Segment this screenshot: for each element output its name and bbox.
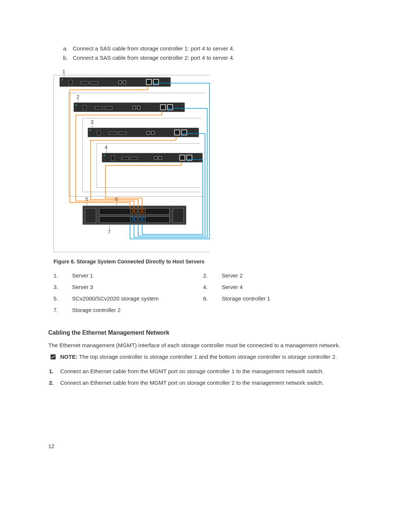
note-icon (50, 354, 60, 362)
storage-system (82, 206, 186, 225)
note-block: NOTE: The top storage controller is stor… (50, 353, 353, 362)
legend-text: Server 4 (222, 283, 243, 291)
sub-step-b: b. Connect a SAS cable from storage cont… (63, 54, 353, 62)
step-num: 1. (49, 367, 60, 375)
step-1: 1. Connect an Ethernet cable from the MG… (49, 367, 353, 375)
sub-step-text: Connect a SAS cable from storage control… (73, 45, 234, 52)
cabling-diagram: 1 2 (53, 69, 213, 254)
legend-item: 1. Server 1 (53, 272, 203, 279)
legend-text: Server 2 (222, 272, 243, 279)
legend-num: 1. (53, 272, 72, 279)
server-4 (102, 153, 203, 162)
legend-text: Server 1 (72, 272, 93, 279)
legend-item: 3. Server 3 (53, 283, 203, 291)
legend-item: 5. SCv2000/SCv2020 storage system (53, 295, 203, 302)
legend-item: 2. Server 2 (203, 272, 353, 279)
steps-list: 1. Connect an Ethernet cable from the MG… (49, 367, 353, 387)
server-1 (59, 77, 171, 87)
note-label: NOTE: (60, 354, 79, 360)
sub-step-text: Connect a SAS cable from storage control… (73, 54, 234, 62)
step-text: Connect an Ethernet cable from the MGMT … (60, 367, 324, 375)
legend-num: 3. (53, 283, 72, 291)
sub-step-marker: b. (63, 54, 73, 62)
sub-step-list: a. Connect a SAS cable from storage cont… (63, 45, 353, 62)
legend-item: 4. Server 4 (203, 283, 353, 291)
sub-step-marker: a. (63, 45, 73, 52)
legend-text: SCv2000/SCv2020 storage system (72, 295, 159, 302)
callout-7: 7 (108, 229, 111, 236)
step-2: 2. Connect an Ethernet cable from the MG… (49, 379, 353, 387)
legend-num: 5. (53, 295, 72, 302)
server-2 (74, 102, 185, 112)
server-3 (88, 128, 199, 137)
legend-num: 2. (203, 272, 222, 279)
legend-text: Storage controller 2 (72, 306, 121, 314)
legend-num: 4. (203, 283, 222, 291)
legend-text: Server 3 (72, 283, 93, 291)
section-heading: Cabling the Ethernet Management Network (48, 329, 353, 337)
legend-num: 6. (203, 295, 222, 302)
step-text: Connect an Ethernet cable from the MGMT … (60, 379, 324, 387)
note-text: NOTE: The top storage controller is stor… (60, 353, 337, 361)
figure-caption: Figure 6. Storage System Connected Direc… (53, 258, 353, 266)
legend-item: 7. Storage controller 2 (53, 306, 203, 314)
figure-legend: 1. Server 1 2. Server 2 3. Server 3 4. S… (53, 272, 353, 318)
step-num: 2. (49, 379, 60, 387)
section-intro: The Ethernet management (MGMT) interface… (48, 341, 353, 349)
svg-point-0 (52, 357, 52, 358)
figure-6: 1 2 (53, 69, 353, 318)
legend-num: 7. (53, 306, 72, 314)
legend-item: 6. Storage controller 1 (203, 295, 353, 302)
page-number: 12 (48, 442, 353, 450)
sub-step-a: a. Connect a SAS cable from storage cont… (63, 45, 353, 52)
note-body: The top storage controller is storage co… (79, 354, 337, 360)
legend-text: Storage controller 1 (222, 295, 270, 302)
